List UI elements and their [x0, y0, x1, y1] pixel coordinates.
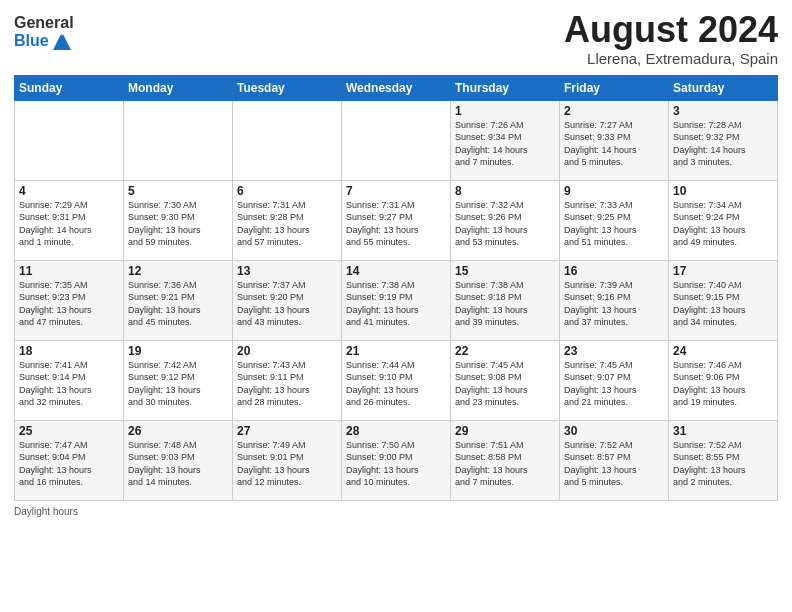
day-info: Sunrise: 7:38 AM Sunset: 9:19 PM Dayligh… [346, 279, 446, 329]
day-number: 19 [128, 344, 228, 358]
day-number: 2 [564, 104, 664, 118]
day-number: 14 [346, 264, 446, 278]
calendar-cell: 28Sunrise: 7:50 AM Sunset: 9:00 PM Dayli… [342, 420, 451, 500]
day-number: 11 [19, 264, 119, 278]
calendar-cell: 9Sunrise: 7:33 AM Sunset: 9:25 PM Daylig… [560, 180, 669, 260]
day-number: 13 [237, 264, 337, 278]
day-info: Sunrise: 7:44 AM Sunset: 9:10 PM Dayligh… [346, 359, 446, 409]
day-info: Sunrise: 7:52 AM Sunset: 8:57 PM Dayligh… [564, 439, 664, 489]
day-info: Sunrise: 7:38 AM Sunset: 9:18 PM Dayligh… [455, 279, 555, 329]
calendar-cell: 20Sunrise: 7:43 AM Sunset: 9:11 PM Dayli… [233, 340, 342, 420]
day-number: 10 [673, 184, 773, 198]
calendar-cell: 10Sunrise: 7:34 AM Sunset: 9:24 PM Dayli… [669, 180, 778, 260]
day-number: 26 [128, 424, 228, 438]
calendar-week-2: 11Sunrise: 7:35 AM Sunset: 9:23 PM Dayli… [15, 260, 778, 340]
calendar-cell [233, 100, 342, 180]
day-info: Sunrise: 7:45 AM Sunset: 9:08 PM Dayligh… [455, 359, 555, 409]
header-cell-monday: Monday [124, 75, 233, 100]
day-number: 29 [455, 424, 555, 438]
day-info: Sunrise: 7:45 AM Sunset: 9:07 PM Dayligh… [564, 359, 664, 409]
day-number: 21 [346, 344, 446, 358]
calendar-cell: 21Sunrise: 7:44 AM Sunset: 9:10 PM Dayli… [342, 340, 451, 420]
calendar-cell: 29Sunrise: 7:51 AM Sunset: 8:58 PM Dayli… [451, 420, 560, 500]
calendar-cell: 5Sunrise: 7:30 AM Sunset: 9:30 PM Daylig… [124, 180, 233, 260]
day-info: Sunrise: 7:29 AM Sunset: 9:31 PM Dayligh… [19, 199, 119, 249]
day-info: Sunrise: 7:33 AM Sunset: 9:25 PM Dayligh… [564, 199, 664, 249]
day-number: 20 [237, 344, 337, 358]
day-info: Sunrise: 7:31 AM Sunset: 9:28 PM Dayligh… [237, 199, 337, 249]
calendar-cell: 16Sunrise: 7:39 AM Sunset: 9:16 PM Dayli… [560, 260, 669, 340]
daylight-hours-label: Daylight hours [14, 506, 78, 517]
calendar-cell [15, 100, 124, 180]
day-info: Sunrise: 7:40 AM Sunset: 9:15 PM Dayligh… [673, 279, 773, 329]
day-info: Sunrise: 7:46 AM Sunset: 9:06 PM Dayligh… [673, 359, 773, 409]
header-cell-tuesday: Tuesday [233, 75, 342, 100]
calendar-cell: 14Sunrise: 7:38 AM Sunset: 9:19 PM Dayli… [342, 260, 451, 340]
calendar-cell: 12Sunrise: 7:36 AM Sunset: 9:21 PM Dayli… [124, 260, 233, 340]
day-number: 24 [673, 344, 773, 358]
day-info: Sunrise: 7:48 AM Sunset: 9:03 PM Dayligh… [128, 439, 228, 489]
day-info: Sunrise: 7:37 AM Sunset: 9:20 PM Dayligh… [237, 279, 337, 329]
day-info: Sunrise: 7:52 AM Sunset: 8:55 PM Dayligh… [673, 439, 773, 489]
day-number: 3 [673, 104, 773, 118]
day-info: Sunrise: 7:42 AM Sunset: 9:12 PM Dayligh… [128, 359, 228, 409]
calendar-table: SundayMondayTuesdayWednesdayThursdayFrid… [14, 75, 778, 501]
day-number: 28 [346, 424, 446, 438]
calendar-cell: 4Sunrise: 7:29 AM Sunset: 9:31 PM Daylig… [15, 180, 124, 260]
header-cell-wednesday: Wednesday [342, 75, 451, 100]
day-number: 15 [455, 264, 555, 278]
calendar-cell: 19Sunrise: 7:42 AM Sunset: 9:12 PM Dayli… [124, 340, 233, 420]
logo-blue: Blue [14, 32, 49, 50]
day-number: 5 [128, 184, 228, 198]
day-number: 25 [19, 424, 119, 438]
day-info: Sunrise: 7:31 AM Sunset: 9:27 PM Dayligh… [346, 199, 446, 249]
day-info: Sunrise: 7:27 AM Sunset: 9:33 PM Dayligh… [564, 119, 664, 169]
calendar-cell: 1Sunrise: 7:26 AM Sunset: 9:34 PM Daylig… [451, 100, 560, 180]
month-year: August 2024 [564, 10, 778, 50]
day-number: 23 [564, 344, 664, 358]
calendar-cell: 23Sunrise: 7:45 AM Sunset: 9:07 PM Dayli… [560, 340, 669, 420]
header-cell-friday: Friday [560, 75, 669, 100]
day-number: 30 [564, 424, 664, 438]
day-number: 22 [455, 344, 555, 358]
day-info: Sunrise: 7:41 AM Sunset: 9:14 PM Dayligh… [19, 359, 119, 409]
page-container: General Blue August 2024 Llerena, Extrem… [0, 0, 792, 525]
day-info: Sunrise: 7:32 AM Sunset: 9:26 PM Dayligh… [455, 199, 555, 249]
day-number: 12 [128, 264, 228, 278]
header-cell-saturday: Saturday [669, 75, 778, 100]
day-number: 27 [237, 424, 337, 438]
calendar-cell: 7Sunrise: 7:31 AM Sunset: 9:27 PM Daylig… [342, 180, 451, 260]
calendar-cell [342, 100, 451, 180]
calendar-cell: 24Sunrise: 7:46 AM Sunset: 9:06 PM Dayli… [669, 340, 778, 420]
header-row: SundayMondayTuesdayWednesdayThursdayFrid… [15, 75, 778, 100]
calendar-week-1: 4Sunrise: 7:29 AM Sunset: 9:31 PM Daylig… [15, 180, 778, 260]
calendar-cell: 3Sunrise: 7:28 AM Sunset: 9:32 PM Daylig… [669, 100, 778, 180]
day-number: 8 [455, 184, 555, 198]
day-number: 9 [564, 184, 664, 198]
calendar-cell: 31Sunrise: 7:52 AM Sunset: 8:55 PM Dayli… [669, 420, 778, 500]
day-number: 17 [673, 264, 773, 278]
footer-note: Daylight hours [14, 506, 778, 517]
day-info: Sunrise: 7:49 AM Sunset: 9:01 PM Dayligh… [237, 439, 337, 489]
calendar-cell: 6Sunrise: 7:31 AM Sunset: 9:28 PM Daylig… [233, 180, 342, 260]
calendar-cell: 26Sunrise: 7:48 AM Sunset: 9:03 PM Dayli… [124, 420, 233, 500]
day-number: 31 [673, 424, 773, 438]
calendar-cell: 18Sunrise: 7:41 AM Sunset: 9:14 PM Dayli… [15, 340, 124, 420]
logo: General Blue [14, 14, 74, 50]
header-cell-sunday: Sunday [15, 75, 124, 100]
calendar-cell: 15Sunrise: 7:38 AM Sunset: 9:18 PM Dayli… [451, 260, 560, 340]
day-info: Sunrise: 7:43 AM Sunset: 9:11 PM Dayligh… [237, 359, 337, 409]
title-block: August 2024 Llerena, Extremadura, Spain [564, 10, 778, 67]
calendar-week-3: 18Sunrise: 7:41 AM Sunset: 9:14 PM Dayli… [15, 340, 778, 420]
day-info: Sunrise: 7:39 AM Sunset: 9:16 PM Dayligh… [564, 279, 664, 329]
logo-icon [51, 32, 71, 50]
calendar-week-0: 1Sunrise: 7:26 AM Sunset: 9:34 PM Daylig… [15, 100, 778, 180]
logo-general: General [14, 14, 74, 32]
day-number: 6 [237, 184, 337, 198]
calendar-cell: 17Sunrise: 7:40 AM Sunset: 9:15 PM Dayli… [669, 260, 778, 340]
header-cell-thursday: Thursday [451, 75, 560, 100]
day-info: Sunrise: 7:50 AM Sunset: 9:00 PM Dayligh… [346, 439, 446, 489]
day-number: 7 [346, 184, 446, 198]
day-info: Sunrise: 7:26 AM Sunset: 9:34 PM Dayligh… [455, 119, 555, 169]
calendar-week-4: 25Sunrise: 7:47 AM Sunset: 9:04 PM Dayli… [15, 420, 778, 500]
